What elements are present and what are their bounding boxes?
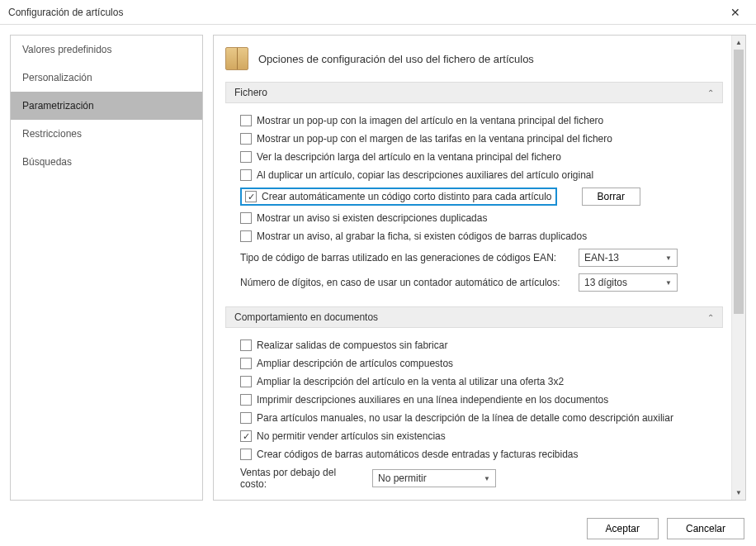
select-tipo-codigo-barras[interactable]: EAN-13 ▼ [579, 249, 678, 267]
scroll-track[interactable] [732, 50, 745, 486]
checkbox[interactable] [245, 191, 257, 202]
check-no-sin-existencias[interactable]: No permitir vender artículos sin existen… [240, 427, 715, 445]
sidebar: Valores predefinidos Personalización Par… [10, 35, 203, 501]
select-value: No permitir [378, 472, 427, 484]
content-panel: Opciones de configuración del uso del fi… [213, 35, 746, 501]
borrar-button[interactable]: Borrar [582, 188, 640, 206]
content-scroll-area: Opciones de configuración del uso del fi… [214, 36, 731, 500]
sidebar-item-label: Restricciones [22, 128, 82, 140]
check-aviso-desc-dup[interactable]: Mostrar un aviso si existen descripcione… [240, 209, 715, 227]
select-value: 13 dígitos [584, 277, 627, 288]
field-numero-digitos: Número de dígitos, en caso de usar un co… [240, 270, 715, 295]
checkbox[interactable] [240, 115, 252, 126]
check-codigos-barras-auto[interactable]: Crear códigos de barras automáticos desd… [240, 445, 715, 463]
field-label: Ventas por debajo del costo: [240, 467, 364, 490]
dialog-footer: Aceptar Cancelar [0, 511, 756, 546]
check-popup-margen[interactable]: Mostrar un pop-up con el margen de las t… [240, 130, 715, 148]
scroll-up-icon[interactable]: ▲ [732, 36, 745, 50]
chevron-down-icon: ▼ [665, 279, 672, 287]
select-value: EAN-13 [584, 252, 619, 264]
chevron-down-icon: ▼ [665, 254, 672, 262]
vertical-scrollbar[interactable]: ▲ ▼ [731, 36, 745, 500]
check-descripcion-larga[interactable]: Ver la descripción larga del artículo en… [240, 148, 715, 166]
checkbox[interactable] [240, 339, 252, 351]
check-label: Mostrar un pop-up con el margen de las t… [257, 133, 612, 145]
sidebar-item-restricciones[interactable]: Restricciones [11, 120, 202, 148]
close-button[interactable]: ✕ [723, 0, 748, 25]
check-label: Crear automáticamente un código corto di… [262, 191, 552, 202]
sidebar-item-valores[interactable]: Valores predefinidos [11, 36, 202, 64]
sidebar-item-label: Valores predefinidos [22, 44, 112, 55]
select-ventas-costo[interactable]: No permitir ▼ [372, 469, 496, 487]
field-label: Tipo de código de barras utilizado en la… [240, 252, 570, 264]
window-title: Configuración de artículos [8, 7, 723, 18]
check-label: Mostrar un aviso, al grabar la ficha, si… [257, 230, 587, 242]
checkbox[interactable] [240, 151, 252, 163]
sidebar-item-label: Búsquedas [22, 156, 72, 168]
sidebar-item-label: Parametrización [22, 100, 94, 112]
check-articulos-manuales[interactable]: Para artículos manuales, no usar la desc… [240, 409, 715, 427]
check-codigo-corto-row: Crear automáticamente un código corto di… [240, 184, 715, 209]
check-duplicar-aux[interactable]: Al duplicar un artículo, copiar las desc… [240, 166, 715, 184]
sidebar-item-parametrizacion[interactable]: Parametrización [11, 92, 202, 120]
section-header-comportamiento[interactable]: Comportamiento en documentos ⌃ [225, 306, 723, 328]
section-body-comportamiento: Realizar salidas de compuestos sin fabri… [225, 336, 723, 500]
section-title: Fichero [234, 87, 267, 98]
check-label: Realizar salidas de compuestos sin fabri… [257, 339, 447, 351]
ok-button[interactable]: Aceptar [587, 518, 659, 539]
check-aviso-barras-dup[interactable]: Mostrar un aviso, al grabar la ficha, si… [240, 227, 715, 245]
check-imprimir-aux[interactable]: Imprimir descripciones auxiliares en una… [240, 391, 715, 409]
chevron-up-icon: ⌃ [707, 313, 714, 322]
content-header: Opciones de configuración del uso del fi… [225, 47, 723, 70]
section-title: Comportamiento en documentos [234, 311, 378, 323]
check-label: Ampliar la descripción del artículo en l… [257, 376, 564, 387]
chevron-up-icon: ⌃ [707, 88, 714, 97]
box-icon [225, 47, 248, 70]
checkbox[interactable] [240, 449, 252, 460]
sidebar-item-label: Personalización [22, 72, 92, 83]
main-area: Valores predefinidos Personalización Par… [0, 25, 756, 510]
checkbox[interactable] [240, 412, 252, 424]
checkbox[interactable] [240, 169, 252, 181]
checkbox[interactable] [240, 394, 252, 406]
content-header-title: Opciones de configuración del uso del fi… [258, 53, 534, 65]
check-label: Mostrar un pop-up con la imagen del artí… [257, 115, 603, 126]
cancel-button[interactable]: Cancelar [667, 518, 744, 539]
check-label: Mostrar un aviso si existen descripcione… [257, 212, 487, 224]
titlebar: Configuración de artículos ✕ [0, 0, 756, 25]
sidebar-item-personalizacion[interactable]: Personalización [11, 64, 202, 92]
scroll-thumb[interactable] [734, 50, 744, 314]
scroll-down-icon[interactable]: ▼ [732, 486, 745, 500]
check-label: Para artículos manuales, no usar la desc… [257, 412, 673, 424]
check-label: No permitir vender artículos sin existen… [257, 430, 446, 442]
sidebar-item-busquedas[interactable]: Búsquedas [11, 148, 202, 176]
check-codigo-corto[interactable]: Crear automáticamente un código corto di… [240, 188, 557, 206]
field-ventas-costo: Ventas por debajo del costo: No permitir… [240, 463, 715, 493]
checkbox[interactable] [240, 376, 252, 387]
check-label: Ampliar descripción de artículos compues… [257, 358, 453, 369]
checkbox[interactable] [240, 430, 252, 442]
check-label: Crear códigos de barras automáticos desd… [257, 449, 579, 460]
check-ampliar-compuestos[interactable]: Ampliar descripción de artículos compues… [240, 354, 715, 373]
section-header-fichero[interactable]: Fichero ⌃ [225, 82, 723, 103]
check-popup-imagen[interactable]: Mostrar un pop-up con la imagen del artí… [240, 112, 715, 130]
checkbox[interactable] [240, 133, 252, 145]
check-label: Ver la descripción larga del artículo en… [257, 151, 561, 163]
checkbox[interactable] [240, 230, 252, 242]
select-numero-digitos[interactable]: 13 dígitos ▼ [579, 273, 678, 292]
check-label: Al duplicar un artículo, copiar las desc… [257, 169, 593, 181]
checkbox[interactable] [240, 358, 252, 369]
chevron-down-icon: ▼ [484, 475, 490, 482]
field-tipo-codigo-barras: Tipo de código de barras utilizado en la… [240, 245, 715, 270]
section-body-fichero: Mostrar un pop-up con la imagen del artí… [225, 112, 723, 306]
field-label: Número de dígitos, en caso de usar un co… [240, 277, 570, 288]
check-label: Imprimir descripciones auxiliares en una… [257, 394, 608, 406]
check-ampliar-oferta[interactable]: Ampliar la descripción del artículo en l… [240, 373, 715, 391]
checkbox[interactable] [240, 212, 252, 224]
check-salidas-compuestos[interactable]: Realizar salidas de compuestos sin fabri… [240, 336, 715, 354]
